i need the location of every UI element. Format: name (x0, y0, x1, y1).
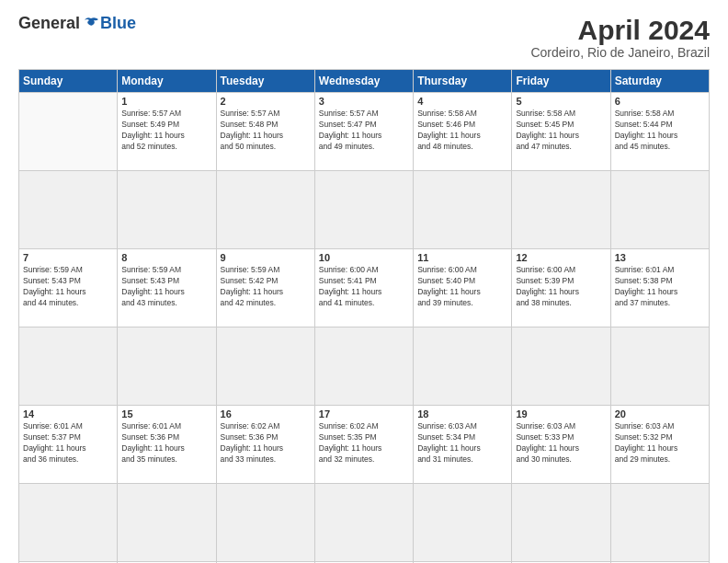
header-friday: Friday (512, 70, 610, 93)
calendar-cell: 4Sunrise: 5:58 AMSunset: 5:46 PMDaylight… (414, 93, 512, 171)
day-number: 20 (615, 408, 705, 419)
day-info: Sunrise: 5:58 AMSunset: 5:45 PMDaylight:… (516, 109, 606, 153)
title-block: April 2024 Cordeiro, Rio de Janeiro, Bra… (530, 15, 710, 60)
day-number: 9 (221, 252, 311, 263)
page: General Blue April 2024 Cordeiro, Rio de… (0, 0, 728, 563)
day-info: Sunrise: 5:57 AMSunset: 5:49 PMDaylight:… (121, 109, 211, 153)
calendar-cell: 2Sunrise: 5:57 AMSunset: 5:48 PMDaylight… (216, 93, 314, 171)
header-sunday: Sunday (19, 70, 118, 93)
calendar-cell: 6Sunrise: 5:58 AMSunset: 5:44 PMDaylight… (610, 93, 709, 171)
calendar-cell: 13Sunrise: 6:01 AMSunset: 5:38 PMDayligh… (610, 249, 709, 327)
logo-bird-icon (82, 17, 100, 31)
calendar-cell: 1Sunrise: 5:57 AMSunset: 5:49 PMDaylight… (118, 93, 216, 171)
calendar-cell: 12Sunrise: 6:00 AMSunset: 5:39 PMDayligh… (512, 249, 610, 327)
day-info: Sunrise: 6:00 AMSunset: 5:41 PMDaylight:… (319, 265, 409, 309)
calendar-cell: 9Sunrise: 5:59 AMSunset: 5:42 PMDaylight… (216, 249, 314, 327)
calendar-cell: 17Sunrise: 6:02 AMSunset: 5:35 PMDayligh… (314, 406, 413, 484)
day-info: Sunrise: 5:57 AMSunset: 5:47 PMDaylight:… (319, 109, 409, 153)
day-info: Sunrise: 6:01 AMSunset: 5:38 PMDaylight:… (615, 265, 705, 309)
week-divider (19, 171, 710, 249)
day-info: Sunrise: 6:00 AMSunset: 5:40 PMDaylight:… (417, 265, 507, 309)
logo: General Blue (18, 15, 136, 33)
logo-blue-text: Blue (100, 15, 136, 33)
day-number: 4 (417, 96, 507, 107)
calendar-cell: 10Sunrise: 6:00 AMSunset: 5:41 PMDayligh… (314, 249, 413, 327)
day-number: 12 (516, 252, 606, 263)
header-monday: Monday (118, 70, 216, 93)
header-tuesday: Tuesday (216, 70, 314, 93)
day-info: Sunrise: 5:59 AMSunset: 5:43 PMDaylight:… (23, 265, 113, 309)
header: General Blue April 2024 Cordeiro, Rio de… (18, 15, 710, 60)
day-info: Sunrise: 6:02 AMSunset: 5:35 PMDaylight:… (319, 421, 409, 465)
calendar-cell: 15Sunrise: 6:01 AMSunset: 5:36 PMDayligh… (118, 406, 216, 484)
day-number: 19 (516, 408, 606, 419)
day-info: Sunrise: 6:00 AMSunset: 5:39 PMDaylight:… (516, 265, 606, 309)
logo-general-text: General (18, 15, 80, 33)
day-number: 17 (319, 408, 409, 419)
day-number: 14 (23, 408, 113, 419)
day-number: 15 (121, 408, 211, 419)
header-wednesday: Wednesday (314, 70, 413, 93)
calendar-cell: 18Sunrise: 6:03 AMSunset: 5:34 PMDayligh… (414, 406, 512, 484)
day-info: Sunrise: 5:59 AMSunset: 5:42 PMDaylight:… (221, 265, 311, 309)
calendar-cell: 7Sunrise: 5:59 AMSunset: 5:43 PMDaylight… (19, 249, 118, 327)
day-number: 16 (221, 408, 311, 419)
day-info: Sunrise: 6:03 AMSunset: 5:32 PMDaylight:… (615, 421, 705, 465)
day-number: 1 (121, 96, 211, 107)
day-number: 7 (23, 252, 113, 263)
day-info: Sunrise: 6:03 AMSunset: 5:33 PMDaylight:… (516, 421, 606, 465)
calendar-cell: 20Sunrise: 6:03 AMSunset: 5:32 PMDayligh… (610, 406, 709, 484)
day-number: 13 (615, 252, 705, 263)
calendar-week-row: 14Sunrise: 6:01 AMSunset: 5:37 PMDayligh… (19, 406, 710, 484)
header-saturday: Saturday (610, 70, 709, 93)
week-divider (19, 327, 710, 406)
calendar-cell: 3Sunrise: 5:57 AMSunset: 5:47 PMDaylight… (314, 93, 413, 171)
calendar-cell: 5Sunrise: 5:58 AMSunset: 5:45 PMDaylight… (512, 93, 610, 171)
header-thursday: Thursday (414, 70, 512, 93)
day-info: Sunrise: 6:01 AMSunset: 5:37 PMDaylight:… (23, 421, 113, 465)
calendar-cell: 11Sunrise: 6:00 AMSunset: 5:40 PMDayligh… (414, 249, 512, 327)
day-info: Sunrise: 6:02 AMSunset: 5:36 PMDaylight:… (221, 421, 311, 465)
day-info: Sunrise: 6:01 AMSunset: 5:36 PMDaylight:… (121, 421, 211, 465)
calendar-table: Sunday Monday Tuesday Wednesday Thursday… (18, 69, 710, 563)
day-number: 2 (221, 96, 311, 107)
day-number: 18 (417, 408, 507, 419)
day-info: Sunrise: 5:58 AMSunset: 5:46 PMDaylight:… (417, 109, 507, 153)
calendar-title: April 2024 (530, 15, 710, 45)
calendar-week-row: 7Sunrise: 5:59 AMSunset: 5:43 PMDaylight… (19, 249, 710, 327)
day-number: 10 (319, 252, 409, 263)
day-info: Sunrise: 5:57 AMSunset: 5:48 PMDaylight:… (221, 109, 311, 153)
day-info: Sunrise: 6:03 AMSunset: 5:34 PMDaylight:… (417, 421, 507, 465)
calendar-subtitle: Cordeiro, Rio de Janeiro, Brazil (530, 45, 710, 60)
calendar-cell: 16Sunrise: 6:02 AMSunset: 5:36 PMDayligh… (216, 406, 314, 484)
day-number: 5 (516, 96, 606, 107)
day-info: Sunrise: 5:59 AMSunset: 5:43 PMDaylight:… (121, 265, 211, 309)
day-number: 11 (417, 252, 507, 263)
week-divider (19, 484, 710, 562)
day-number: 8 (121, 252, 211, 263)
calendar-cell: 8Sunrise: 5:59 AMSunset: 5:43 PMDaylight… (118, 249, 216, 327)
day-number: 6 (615, 96, 705, 107)
calendar-cell: 14Sunrise: 6:01 AMSunset: 5:37 PMDayligh… (19, 406, 118, 484)
day-info: Sunrise: 5:58 AMSunset: 5:44 PMDaylight:… (615, 109, 705, 153)
day-number: 3 (319, 96, 409, 107)
calendar-cell (19, 93, 118, 171)
weekday-header-row: Sunday Monday Tuesday Wednesday Thursday… (19, 70, 710, 93)
calendar-week-row: 1Sunrise: 5:57 AMSunset: 5:49 PMDaylight… (19, 93, 710, 171)
calendar-cell: 19Sunrise: 6:03 AMSunset: 5:33 PMDayligh… (512, 406, 610, 484)
